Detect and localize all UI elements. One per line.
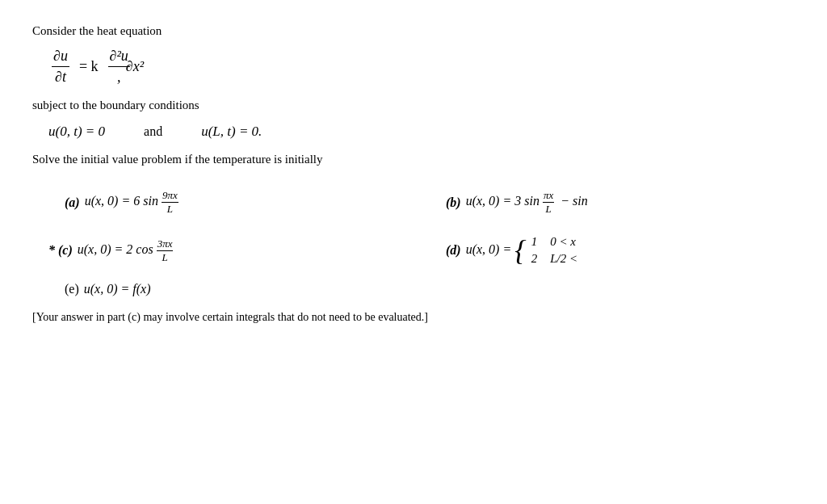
part-a-math: u(x, 0) = 6 sin 9πx L bbox=[85, 189, 178, 216]
part-b-frac-den: L bbox=[544, 203, 552, 216]
part-e-math: u(x, 0) = f(x) bbox=[84, 282, 151, 296]
part-c-label: * (c) bbox=[48, 243, 73, 258]
parts-grid: (a) u(x, 0) = 6 sin 9πx L (b) u(x, 0) = … bbox=[32, 179, 795, 275]
part-e-label: (e) bbox=[65, 282, 79, 296]
part-d-label: (d) bbox=[446, 243, 461, 258]
pde-equation: ∂u ∂t = k ∂²u , ∂x² bbox=[48, 48, 795, 86]
part-a-frac-num: 9πx bbox=[162, 189, 178, 203]
piecewise-cases: 1 0 < x 2 L/2 < bbox=[531, 235, 577, 266]
and-text: and bbox=[144, 124, 162, 139]
subject-text: subject to the boundary conditions bbox=[32, 99, 795, 112]
piecewise: { 1 0 < x 2 L/2 < bbox=[514, 235, 577, 266]
part-c-frac-num: 3πx bbox=[157, 237, 174, 251]
part-d: (d) u(x, 0) = { 1 0 < x 2 L/2 < bbox=[414, 225, 795, 275]
part-b-math: u(x, 0) = 3 sin πx L − sin bbox=[466, 189, 588, 216]
piecewise-brace: { bbox=[514, 236, 526, 265]
part-b-label: (b) bbox=[446, 195, 461, 210]
part-a-frac-den: L bbox=[166, 203, 174, 216]
note-text: [Your answer in part (c) may involve cer… bbox=[32, 311, 795, 324]
part-b-fraction: πx L bbox=[543, 189, 554, 216]
pde-lhs-numerator: ∂u bbox=[52, 48, 69, 67]
case1-val: 1 bbox=[531, 235, 538, 249]
part-c-frac-den: L bbox=[161, 251, 168, 264]
case2-cond: L/2 < bbox=[550, 252, 577, 266]
intro-text: Consider the heat equation bbox=[32, 24, 795, 38]
bc2: u(L, t) = 0. bbox=[201, 124, 262, 140]
piecewise-case-1: 1 0 < x bbox=[531, 235, 577, 249]
part-a-fraction: 9πx L bbox=[162, 189, 178, 216]
solve-text: Solve the initial value problem if the t… bbox=[32, 153, 795, 166]
part-a-label: (a) bbox=[65, 195, 80, 210]
part-d-math: u(x, 0) = { 1 0 < x 2 L/2 < bbox=[466, 235, 577, 266]
pde-lhs-fraction: ∂u ∂t bbox=[52, 48, 69, 86]
part-c: * (c) u(x, 0) = 2 cos 3πx L bbox=[32, 225, 414, 275]
part-c-fraction: 3πx L bbox=[157, 237, 174, 264]
part-a: (a) u(x, 0) = 6 sin 9πx L bbox=[32, 179, 414, 225]
part-b: (b) u(x, 0) = 3 sin πx L − sin bbox=[414, 179, 795, 225]
part-e: (e) u(x, 0) = f(x) bbox=[32, 275, 795, 303]
pde-equals: = k bbox=[79, 58, 99, 75]
case1-cond: 0 < x bbox=[550, 235, 576, 249]
pde-lhs-denominator: ∂t bbox=[53, 67, 68, 86]
part-c-math: u(x, 0) = 2 cos 3πx L bbox=[78, 237, 174, 264]
case2-val: 2 bbox=[531, 252, 538, 266]
pde-rhs-den-label: ∂x² bbox=[109, 58, 144, 75]
piecewise-case-2: 2 L/2 < bbox=[531, 252, 577, 266]
boundary-conditions: u(0, t) = 0 and u(L, t) = 0. bbox=[48, 124, 795, 140]
bc1: u(0, t) = 0 bbox=[48, 124, 105, 140]
part-b-frac-num: πx bbox=[543, 189, 554, 203]
